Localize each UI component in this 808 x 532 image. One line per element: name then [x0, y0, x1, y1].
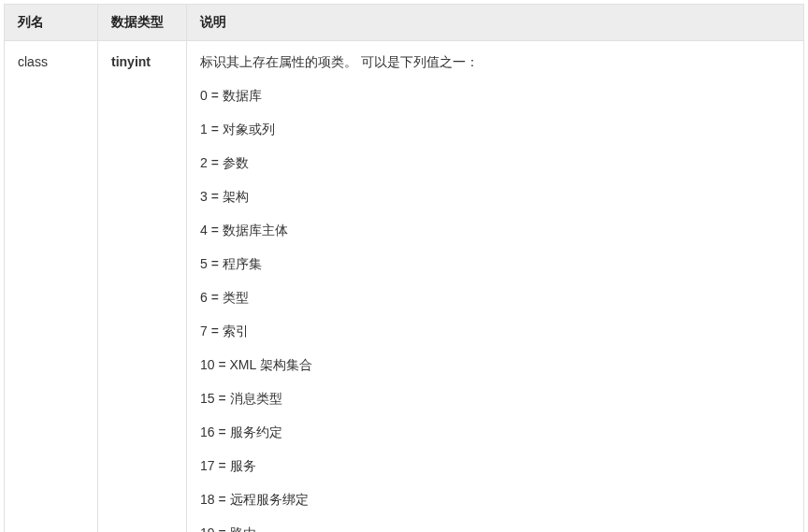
description-value: 16 = 服务约定	[200, 424, 790, 441]
description-value: 2 = 参数	[200, 155, 790, 172]
description-value: 4 = 数据库主体	[200, 223, 790, 239]
cell-data-type: tinyint	[98, 41, 187, 533]
description-intro: 标识其上存在属性的项类。 可以是下列值之一：	[200, 54, 790, 71]
description-value: 3 = 架构	[200, 189, 790, 206]
description-value: 1 = 对象或列	[200, 122, 790, 138]
description-value: 19 = 路由	[200, 525, 790, 532]
description-value: 0 = 数据库	[200, 88, 790, 105]
description-value: 7 = 索引	[200, 324, 790, 340]
description-value: 5 = 程序集	[200, 256, 790, 273]
cell-column-name: class	[5, 41, 98, 533]
data-table: 列名 数据类型 说明 class tinyint 标识其上存在属性的项类。 可以…	[4, 4, 804, 532]
description-value: 15 = 消息类型	[200, 391, 790, 408]
header-column-name: 列名	[5, 5, 98, 41]
header-data-type: 数据类型	[98, 5, 187, 41]
table-row: class tinyint 标识其上存在属性的项类。 可以是下列值之一： 0 =…	[5, 41, 804, 533]
description-value: 6 = 类型	[200, 290, 790, 307]
description-value: 18 = 远程服务绑定	[200, 492, 790, 509]
description-value: 10 = XML 架构集合	[200, 357, 790, 374]
table-header-row: 列名 数据类型 说明	[5, 5, 804, 41]
description-value: 17 = 服务	[200, 458, 790, 475]
header-description: 说明	[187, 5, 804, 41]
cell-description: 标识其上存在属性的项类。 可以是下列值之一： 0 = 数据库 1 = 对象或列 …	[187, 41, 804, 533]
